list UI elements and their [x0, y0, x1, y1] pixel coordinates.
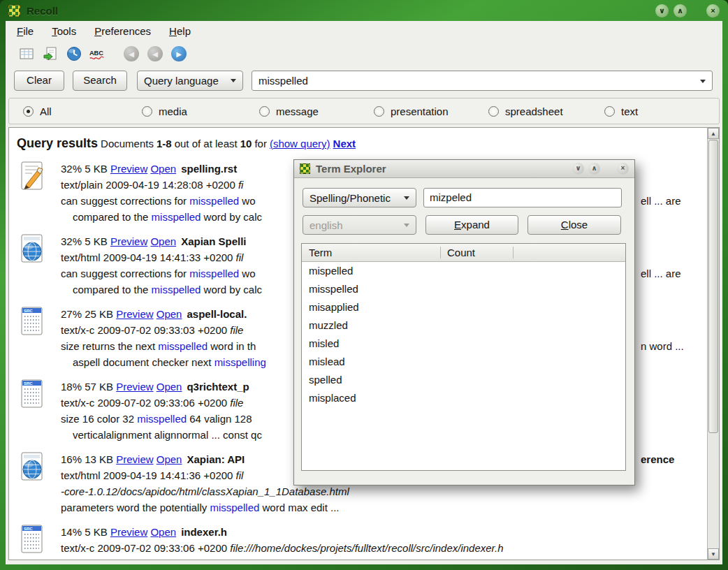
result-title: Xapian Spelli: [181, 235, 246, 247]
next-page-link[interactable]: Next: [333, 138, 356, 149]
window-titlebar[interactable]: Recoll ∨ ∧ ×: [0, 0, 728, 21]
term-row[interactable]: spelled: [302, 371, 625, 389]
filter-media[interactable]: media: [142, 98, 187, 124]
menu-help[interactable]: Help: [162, 22, 198, 40]
results-scrollbar[interactable]: ▲ ▼: [707, 128, 719, 560]
preview-link[interactable]: Preview: [110, 526, 147, 538]
highlighted-term: misspelled: [137, 413, 187, 425]
search-query-value: misspelled: [259, 75, 308, 87]
menu-file[interactable]: File: [10, 22, 41, 40]
recoll-logo-icon: [300, 163, 310, 174]
filter-spreadsheet[interactable]: spreadsheet: [488, 98, 563, 124]
filter-label: message: [276, 105, 319, 117]
open-link[interactable]: Open: [150, 235, 176, 247]
dialog-maximize-button[interactable]: ∧: [588, 163, 600, 175]
preview-link[interactable]: Preview: [116, 381, 153, 393]
column-count[interactable]: Count: [440, 247, 475, 258]
open-link[interactable]: Open: [150, 526, 176, 538]
search-button[interactable]: Search: [73, 71, 127, 91]
radio-icon[interactable]: [259, 106, 270, 117]
term-row[interactable]: misapplied: [302, 298, 625, 316]
term-row[interactable]: misplaced: [302, 389, 625, 407]
show-query-link[interactable]: (show query): [270, 138, 330, 149]
filter-label: presentation: [391, 105, 449, 117]
first-page-button[interactable]: ◀: [122, 45, 140, 62]
query-language-dropdown[interactable]: Query language: [137, 71, 243, 91]
result-text: verticalalignment alignnormal ... const …: [73, 429, 262, 441]
term-input[interactable]: mizpeled: [423, 188, 622, 207]
filter-presentation[interactable]: presentation: [374, 98, 449, 124]
preview-link[interactable]: Preview: [110, 163, 147, 175]
documents-total: 10: [240, 138, 252, 149]
result-text: word in th: [208, 340, 256, 352]
html-document-icon: [17, 451, 48, 482]
term-row[interactable]: misled: [302, 335, 625, 353]
radio-icon[interactable]: [142, 106, 152, 117]
radio-icon[interactable]: [604, 106, 615, 117]
combo-arrow-icon[interactable]: [700, 80, 706, 83]
window-close-button[interactable]: ×: [706, 4, 720, 17]
term-explorer-titlebar[interactable]: Term Explorer ∨ ∧ ×: [294, 160, 634, 178]
save-query-button[interactable]: [41, 45, 59, 62]
term-row[interactable]: mislead: [302, 353, 625, 371]
result-text: 16% 13 KB: [61, 453, 116, 465]
scroll-up-icon[interactable]: ▲: [708, 128, 719, 139]
highlighted-term: misspelled: [158, 340, 208, 352]
open-link[interactable]: Open: [156, 453, 182, 465]
highlighted-term: misspelled: [152, 211, 201, 223]
window-maximize-button[interactable]: ∧: [674, 4, 687, 17]
spellcheck-icon: ABC: [89, 46, 107, 61]
result-line: -core-1.0.12/docs/apidoc/html/classXapia…: [61, 483, 706, 499]
highlighted-term: misspelled: [189, 195, 239, 207]
result-url: -core-1.0.12/docs/apidoc/html/classXapia…: [61, 485, 349, 497]
radio-icon[interactable]: [488, 106, 499, 117]
filter-text[interactable]: text: [604, 98, 638, 124]
of-label: out of at least: [175, 138, 238, 149]
previous-page-button[interactable]: ◀: [146, 45, 164, 62]
menu-preferences[interactable]: Preferences: [87, 22, 158, 40]
filter-all[interactable]: All: [23, 98, 52, 124]
result-text: can suggest corrections for: [61, 195, 189, 207]
window-shade-button[interactable]: ∨: [655, 4, 669, 17]
result-text: can suggest corrections for: [61, 268, 189, 279]
expansion-mode-dropdown[interactable]: Spelling/Phonetic: [303, 188, 416, 207]
radio-icon[interactable]: [23, 106, 34, 117]
term-row[interactable]: mispelled: [302, 262, 625, 280]
scroll-down-icon[interactable]: ▼: [708, 548, 719, 560]
preview-link[interactable]: Preview: [116, 308, 153, 320]
window-title: Recoll: [27, 5, 58, 17]
scrollbar-thumb[interactable]: [708, 140, 718, 433]
dialog-buttons: ∨ ∧ ×: [568, 163, 629, 175]
term-row[interactable]: misspelled: [302, 280, 625, 298]
open-link[interactable]: Open: [156, 308, 182, 320]
result-url: file:///home/dockes/projets/fulltext/rec…: [230, 542, 503, 554]
previous-page-icon: ◀: [147, 46, 163, 61]
next-page-button[interactable]: ▶: [170, 45, 188, 62]
term-row[interactable]: muzzled: [302, 316, 625, 335]
term-input-value: mizpeled: [430, 191, 472, 203]
clear-button[interactable]: Clear: [14, 71, 64, 91]
filter-message[interactable]: message: [259, 98, 319, 124]
menu-tools[interactable]: Tools: [45, 22, 83, 40]
open-link[interactable]: Open: [156, 381, 182, 393]
clear-search-button[interactable]: [17, 45, 36, 62]
preview-link[interactable]: Preview: [116, 453, 153, 465]
result-line: text/x-c 2009-07-02 09:33:06 +0200 file:…: [61, 540, 706, 556]
dialog-shade-button[interactable]: ∨: [572, 163, 584, 175]
open-link[interactable]: Open: [150, 163, 176, 175]
result-text: compared to the: [73, 284, 152, 295]
dialog-close-button[interactable]: ×: [617, 163, 629, 175]
documents-label: Documents: [101, 138, 154, 149]
column-term[interactable]: Term: [302, 247, 440, 258]
expansion-mode-value: Spelling/Phonetic: [310, 192, 391, 204]
radio-icon[interactable]: [374, 106, 384, 117]
close-button[interactable]: Close: [527, 215, 621, 235]
search-query-input[interactable]: misspelled: [252, 71, 713, 91]
preview-link[interactable]: Preview: [110, 235, 147, 247]
query-history-button[interactable]: [65, 45, 83, 62]
spellcheck-button[interactable]: ABC: [89, 45, 107, 62]
term-table-header[interactable]: Term Count: [302, 244, 625, 262]
highlighted-term: misspelled: [210, 502, 259, 513]
svg-text:SRC: SRC: [24, 527, 33, 531]
expand-button[interactable]: Expand: [425, 215, 518, 235]
